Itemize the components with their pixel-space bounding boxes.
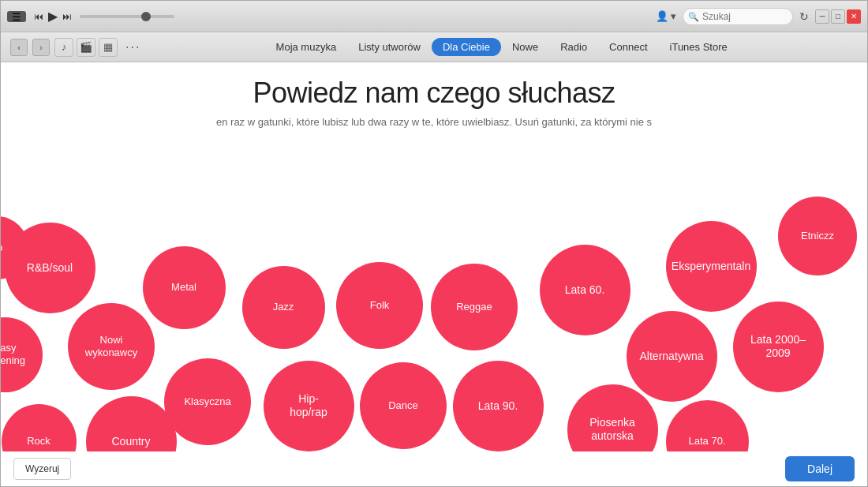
- bubble-metal[interactable]: Metal: [143, 246, 226, 329]
- nav-nowe[interactable]: Nowe: [501, 38, 549, 56]
- nav-listy-utworow[interactable]: Listy utworów: [347, 38, 432, 56]
- bubble-hip-hop-rap[interactable]: Hip- hop/rap: [264, 361, 354, 451]
- app-window: ☰ ⏮ ▶ ⏭ 👤 ▾ 🔍 ↻ ─ □ ✕: [0, 0, 868, 487]
- search-input[interactable]: [683, 8, 793, 25]
- transport-controls: ⏮ ▶ ⏭: [34, 9, 72, 24]
- bubble-lata-60[interactable]: Lata 60.: [540, 245, 630, 335]
- page-subtitle: en raz w gatunki, które lubisz lub dwa r…: [1, 116, 867, 128]
- nav-itunes-store[interactable]: iTunes Store: [659, 38, 739, 56]
- account-button[interactable]: 👤 ▾: [656, 10, 676, 22]
- grid-view-icon[interactable]: ▦: [99, 38, 118, 57]
- forward-button[interactable]: ⏭: [62, 11, 72, 22]
- titlebar-controls: ☰: [7, 11, 26, 22]
- next-button[interactable]: Dalej: [785, 456, 855, 481]
- music-view-icon[interactable]: ♪: [54, 38, 73, 57]
- bubble-klasyczna[interactable]: Klasyczna: [164, 358, 251, 445]
- account-icon: 👤: [656, 10, 668, 22]
- search-icon: 🔍: [688, 11, 699, 21]
- bubble-rb-soul[interactable]: R&B/soul: [5, 223, 95, 313]
- bubble-easy-listening[interactable]: Easy Listening: [1, 317, 43, 392]
- nav-moja-muzyka[interactable]: Moja muzyka: [265, 38, 348, 56]
- refresh-button[interactable]: ↻: [799, 10, 809, 23]
- progress-bar[interactable]: [80, 15, 174, 18]
- bubble-lata-2000[interactable]: Lata 2000– 2009: [733, 302, 824, 392]
- window-controls: ─ □ ✕: [815, 9, 861, 24]
- back-button[interactable]: ‹: [10, 39, 28, 56]
- view-icons: ♪ 🎬 ▦: [54, 38, 118, 57]
- toolbar: ‹ › ♪ 🎬 ▦ ··· Moja muzyka Listy utworów …: [1, 32, 867, 62]
- bubble-etniczna[interactable]: Etniczz: [778, 197, 857, 275]
- bubble-jazz[interactable]: Jazz: [242, 266, 325, 349]
- video-view-icon[interactable]: 🎬: [77, 38, 95, 57]
- forward-button-toolbar[interactable]: ›: [32, 39, 50, 56]
- bubble-folk[interactable]: Folk: [336, 262, 423, 349]
- account-chevron: ▾: [671, 10, 676, 22]
- bubble-alternatywna[interactable]: Alternatywna: [627, 311, 717, 402]
- bubble-reggae[interactable]: Reggae: [431, 264, 518, 350]
- nav-links: Moja muzyka Listy utworów Dla Ciebie Now…: [265, 38, 739, 56]
- maximize-button[interactable]: □: [831, 9, 845, 24]
- bubble-lata-90[interactable]: Lata 90.: [453, 361, 544, 451]
- page-title: Powiedz nam czego słuchasz: [1, 77, 867, 110]
- nav-connect[interactable]: Connect: [598, 38, 658, 56]
- play-button[interactable]: ▶: [48, 9, 58, 24]
- nav-dla-ciebie[interactable]: Dla Ciebie: [432, 38, 501, 56]
- more-button[interactable]: ···: [125, 40, 140, 54]
- bubble-nowi-wykonawcy[interactable]: Nowi wykonawcy: [68, 303, 155, 390]
- minimize-button[interactable]: ─: [815, 9, 829, 24]
- bubble-eksperymentalna[interactable]: Eksperymentaln: [666, 221, 757, 312]
- search-wrapper: 🔍: [683, 8, 793, 25]
- titlebar-right: 👤 ▾ 🔍 ↻ ─ □ ✕: [656, 8, 861, 25]
- bubbles-area: opR&B/soulEasy ListeningRock80.Nowi wyko…: [1, 133, 867, 486]
- menu-button[interactable]: ☰: [7, 11, 26, 22]
- progress-thumb: [141, 12, 151, 21]
- main-content: Powiedz nam czego słuchasz en raz w gatu…: [1, 62, 867, 486]
- rewind-button[interactable]: ⏮: [34, 11, 43, 22]
- bottom-bar: Wyzeruj Dalej: [1, 451, 867, 486]
- titlebar: ☰ ⏮ ▶ ⏭ 👤 ▾ 🔍 ↻ ─ □ ✕: [1, 1, 867, 32]
- bubble-dance[interactable]: Dance: [360, 362, 447, 449]
- nav-radio[interactable]: Radio: [549, 38, 598, 56]
- reset-button[interactable]: Wyzeruj: [13, 458, 71, 480]
- close-button[interactable]: ✕: [847, 9, 861, 24]
